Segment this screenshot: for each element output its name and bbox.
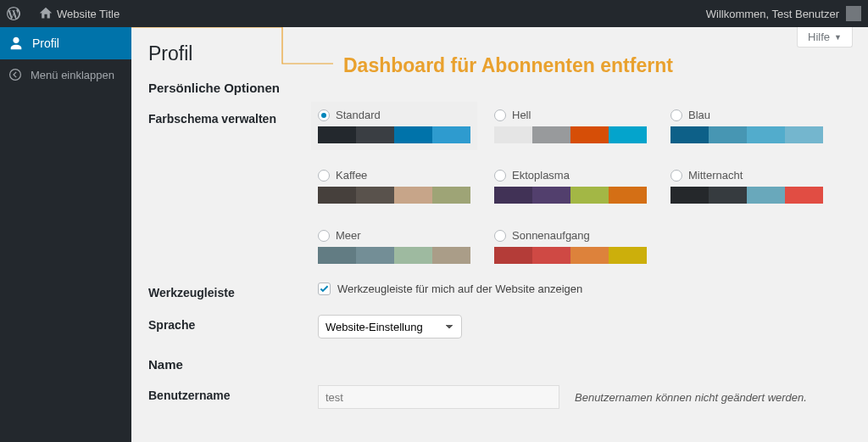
scheme-radio-row: Kaffee [318,169,470,182]
scheme-swatches [494,247,647,264]
swatch [609,126,647,143]
swatch [318,247,356,264]
admin-toolbar: Website Title Willkommen, Test Benutzer [0,0,868,27]
swatch [747,187,785,204]
avatar [846,6,861,21]
swatch [532,187,570,204]
row-colorscheme: Farbschema verwalten StandardHellBlauKaf… [148,109,851,264]
color-scheme-option[interactable]: Mitternacht [670,169,823,204]
radio-icon[interactable] [494,170,506,182]
swatch [356,247,394,264]
swatch [709,126,747,143]
color-scheme-option[interactable]: Kaffee [318,169,470,204]
username-input [318,385,559,409]
scheme-radio-row: Sonnenaufgang [494,229,647,242]
language-select[interactable]: Website-Einstellung [318,315,462,338]
radio-icon[interactable] [318,109,330,121]
scheme-swatches [670,126,823,143]
chevron-down-icon: ▼ [834,33,842,42]
admin-toolbar-left: Website Title [0,0,126,27]
main-wrap: Profil Menü einklappen Hilfe ▼ Profil Da… [0,27,868,442]
swatch [670,126,709,143]
field-toolbar: Werkzeugleiste für mich auf der Website … [318,283,851,295]
swatch [494,247,532,264]
label-language: Sprache [148,315,318,332]
admin-sidebar: Profil Menü einklappen [0,27,131,442]
swatch [570,247,609,264]
color-scheme-option[interactable]: Hell [494,109,647,143]
swatch [609,187,647,204]
color-schemes: StandardHellBlauKaffeeEktoplasmaMitterna… [318,109,851,264]
welcome-text: Willkommen, Test Benutzer [706,8,839,20]
swatch [532,247,570,264]
scheme-radio-row: Blau [670,109,823,121]
scheme-swatches [670,187,823,204]
sidebar-collapse-label: Menü einklappen [31,69,114,81]
help-tab[interactable]: Hilfe ▼ [797,27,853,48]
swatch [709,187,747,204]
swatch [318,126,356,143]
scheme-name: Mitternacht [688,169,743,182]
admin-toolbar-right[interactable]: Willkommen, Test Benutzer [706,6,861,21]
username-note: Benutzernamen können nicht geändert werd… [575,391,807,404]
scheme-radio-row: Standard [318,109,470,121]
scheme-swatches [318,126,470,143]
swatch [785,187,823,204]
color-scheme-option[interactable]: Standard [311,102,477,150]
sidebar-item-profile[interactable]: Profil [0,27,131,59]
sidebar-collapse[interactable]: Menü einklappen [0,59,131,90]
help-label: Hilfe [808,31,830,43]
swatch [670,187,709,204]
row-username: Benutzername Benutzernamen können nicht … [148,385,851,409]
swatch [394,126,432,143]
scheme-swatches [494,187,647,204]
scheme-name: Standard [336,109,381,121]
color-scheme-option[interactable]: Meer [318,229,470,264]
color-scheme-option[interactable]: Blau [670,109,823,143]
field-language: Website-Einstellung [318,315,851,338]
radio-icon[interactable] [494,109,506,121]
label-colorscheme: Farbschema verwalten [148,109,318,126]
sidebar-item-label: Profil [32,36,59,50]
scheme-name: Meer [336,229,361,242]
swatch [356,126,394,143]
scheme-swatches [318,247,470,264]
toolbar-checkbox-label[interactable]: Werkzeugleiste für mich auf der Website … [318,283,851,295]
scheme-swatches [318,187,470,204]
radio-icon[interactable] [670,109,682,121]
swatch [432,247,470,264]
check-icon [319,283,330,294]
radio-icon[interactable] [494,230,506,242]
swatch [570,126,609,143]
swatch [494,187,532,204]
radio-icon[interactable] [318,230,330,242]
color-scheme-option[interactable]: Ektoplasma [494,169,647,204]
label-username: Benutzername [148,385,318,402]
home-icon [39,7,53,20]
swatch [532,126,570,143]
radio-icon[interactable] [670,170,682,182]
wp-logo-menu[interactable] [0,0,27,27]
section-name: Name [148,357,851,372]
field-colorscheme: StandardHellBlauKaffeeEktoplasmaMitterna… [318,109,851,264]
section-personal-options: Persönliche Optionen [148,81,851,95]
scheme-name: Hell [512,109,531,121]
swatch [747,126,785,143]
scheme-swatches [494,126,647,143]
swatch [394,187,432,204]
scheme-name: Sonnenaufgang [512,229,590,242]
site-title: Website Title [57,8,120,20]
scheme-name: Ektoplasma [512,169,570,182]
user-icon [8,36,24,51]
content-area: Hilfe ▼ Profil Dashboard für Abonnenten … [131,27,868,442]
color-scheme-option[interactable]: Sonnenaufgang [494,229,647,264]
site-link[interactable]: Website Title [32,0,126,27]
radio-icon[interactable] [318,170,330,182]
toolbar-checkbox[interactable] [318,283,331,295]
swatch [318,187,356,204]
swatch [394,247,432,264]
scheme-radio-row: Mitternacht [670,169,823,182]
collapse-icon [8,68,22,81]
row-toolbar: Werkzeugleiste Werkzeugleiste für mich a… [148,283,851,299]
row-language: Sprache Website-Einstellung [148,315,851,338]
